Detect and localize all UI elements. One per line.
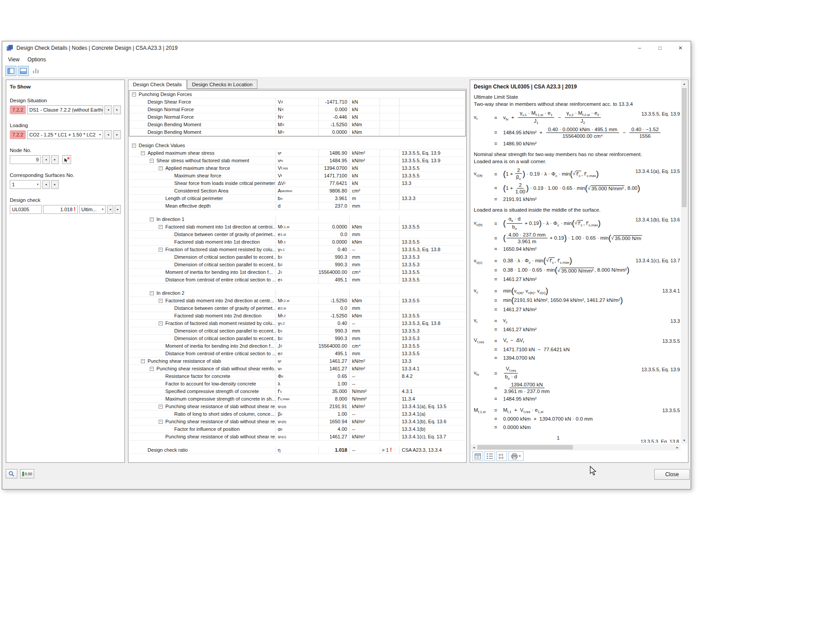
table-row[interactable]: −Shear stress without factored slab mome… (129, 157, 465, 165)
loading-combobox[interactable]: CO2 - 1.25 * LC1 + 1.50 * LC2▼ (27, 130, 103, 139)
tree-collapse-icon[interactable]: − (159, 321, 163, 325)
node-next-button[interactable]: ► (51, 155, 59, 164)
tree-collapse-icon[interactable]: − (150, 217, 154, 221)
loading-next-button[interactable]: ► (113, 130, 121, 139)
tree-collapse-icon[interactable]: − (132, 144, 136, 148)
table-row[interactable]: Moment of inertia for bending into 2nd d… (129, 342, 465, 350)
table-row[interactable]: −Fraction of factored slab moment resist… (129, 246, 465, 253)
table-row[interactable]: −Applied maximum shear forceVf,res1394.0… (129, 165, 465, 172)
table-row[interactable]: Moment of inertia for bending into 1st d… (129, 269, 465, 276)
node-prev-button[interactable]: ◄ (42, 155, 50, 164)
tree-collapse-icon[interactable]: − (159, 225, 163, 229)
table-row[interactable]: Factor for influence of positionαs4.00--… (129, 425, 465, 433)
table-row[interactable]: −Factored slab moment into 1st direction… (129, 223, 465, 231)
table-row[interactable]: Factored slab moment into 2nd directionM… (129, 312, 465, 320)
menu-view[interactable]: View (4, 56, 24, 64)
table-row[interactable]: −Punching shear resistance of slab witho… (129, 418, 465, 425)
table-row[interactable]: Length of critical perimeterbo3.961m13.3… (129, 195, 465, 202)
table-row[interactable]: Design Normal ForceNY-0.446kN (129, 113, 465, 121)
table-row[interactable]: −Punching shear resistance of slab witho… (129, 365, 465, 373)
table-row[interactable]: Mean effective depthd237.0mm (129, 202, 465, 210)
table-row[interactable]: Maximum compressive strength of concrete… (129, 395, 465, 403)
toggle-navigator-button[interactable] (5, 66, 16, 76)
table-row[interactable]: −Applied maximum shear stressvf1486.90kN… (129, 149, 465, 157)
maximize-button[interactable]: □ (650, 41, 670, 55)
table-row[interactable]: −Punching shear resistance of slab witho… (129, 403, 465, 410)
table-row[interactable]: Factored slab moment into 1st directionM… (129, 238, 465, 246)
scroll-up-icon[interactable]: ▲ (681, 80, 688, 87)
table-row[interactable]: −In direction 1 (129, 216, 465, 223)
table-row[interactable]: Shear force from loads inside critical p… (129, 180, 465, 187)
table-row[interactable]: Distance from centroid of entire critica… (129, 276, 465, 284)
scroll-right-icon[interactable]: ► (674, 444, 680, 450)
scroll-down-icon[interactable]: ▼ (681, 437, 688, 444)
menu-options[interactable]: Options (24, 56, 50, 64)
close-button[interactable]: Close (654, 469, 690, 480)
table-row[interactable]: Dimension of critical section parallel t… (129, 327, 465, 335)
table-row[interactable]: Factor to account for low-density concre… (129, 380, 465, 388)
vertical-scrollbar[interactable]: ▲ ▼ (681, 80, 688, 444)
horizontal-scrollbar[interactable]: ◄ ► (471, 444, 680, 450)
table-row[interactable]: Design check ratioη1.018--> 1!CSA A23.3,… (129, 446, 465, 454)
loading-prev-button[interactable]: ◄ (104, 130, 112, 139)
ratio-filter-button[interactable]: 0.00 (20, 469, 34, 478)
tab-design-check-details[interactable]: Design Check Details (128, 80, 187, 89)
table-row[interactable]: −In direction 2 (129, 289, 465, 297)
table-row[interactable]: −Factored slab moment into 2nd direction… (129, 297, 465, 305)
table-row[interactable]: Distance from centroid of entire critica… (129, 350, 465, 357)
table-row[interactable]: Distance between center of gravity of pe… (129, 231, 465, 238)
design-check-id-field[interactable]: UL0305 (10, 205, 42, 214)
tree-collapse-icon[interactable]: − (132, 92, 136, 96)
surface-next-button[interactable]: ► (51, 180, 59, 189)
tree-collapse-icon[interactable]: − (159, 405, 163, 409)
design-situation-next-button[interactable]: ► (113, 105, 121, 114)
design-check-ratio-field[interactable]: 1.018 ! (43, 205, 78, 214)
tree-collapse-icon[interactable]: − (141, 151, 145, 155)
table-row[interactable]: Resistance factor for concreteΦc0.65--8.… (129, 373, 465, 380)
tab-design-checks-in-location[interactable]: Design Checks in Location (187, 80, 257, 89)
formula-view-button[interactable]: y=z y=4 (496, 451, 507, 461)
surfaces-combobox[interactable]: 1▼ (10, 180, 41, 189)
table-row[interactable]: Punching shear resistance of slab withou… (129, 433, 465, 441)
table-section-row[interactable]: −Punching Design Forces (129, 91, 465, 98)
table-row[interactable]: Design Normal ForceNX0.000kN (129, 106, 465, 113)
vertical-scroll-thumb[interactable] (682, 88, 687, 207)
tree-collapse-icon[interactable]: − (150, 291, 154, 295)
minimize-button[interactable]: – (629, 41, 650, 55)
table-row[interactable]: Dimension of critical section parallel t… (129, 335, 465, 342)
table-row[interactable]: Maximum shear forceVf1471.7100kN13.3.5.5 (129, 172, 465, 180)
table-row[interactable]: Specified compressive strength of concre… (129, 388, 465, 395)
table-row[interactable]: Dimension of critical section parallel t… (129, 261, 465, 269)
design-situation-prev-button[interactable]: ◄ (104, 105, 112, 114)
tree-collapse-icon[interactable]: − (159, 299, 163, 303)
design-situation-field[interactable]: DS1 - Clause 7.2.2 (without Earthq... (27, 105, 103, 114)
pick-node-button[interactable] (62, 155, 71, 164)
surface-prev-button[interactable]: ◄ (42, 180, 50, 189)
table-row[interactable]: Design Bending MomentMX-1.5250kNm (129, 121, 465, 128)
table-section-row[interactable]: −Design Check Values (129, 142, 465, 149)
check-prev-button[interactable]: ◄ (107, 205, 113, 214)
table-row[interactable]: −Fraction of factored slab moment resist… (129, 320, 465, 327)
toggle-details-button[interactable] (18, 66, 29, 76)
node-no-input[interactable]: 9 (10, 155, 41, 164)
horizontal-scroll-thumb[interactable] (477, 445, 573, 449)
table-row[interactable]: Ratio of long to short sides of column, … (129, 410, 465, 418)
design-check-type-combobox[interactable]: Ultim...▼ (79, 205, 106, 214)
close-window-button[interactable]: ✕ (670, 41, 691, 55)
table-row[interactable]: Design Bending MomentMY0.0000kNm (129, 128, 465, 136)
tree-collapse-icon[interactable]: − (159, 166, 163, 170)
table-row[interactable]: Design Shear ForceVZ-1471.710kN (129, 98, 465, 106)
tree-collapse-icon[interactable]: − (141, 359, 145, 363)
tree-collapse-icon[interactable]: − (159, 248, 163, 252)
table-row[interactable]: Distance between center of gravity of pe… (129, 305, 465, 312)
zoom-settings-button[interactable] (6, 469, 17, 478)
tree-collapse-icon[interactable]: − (159, 420, 163, 424)
result-table-button[interactable] (472, 451, 483, 461)
scroll-left-icon[interactable]: ◄ (471, 444, 477, 450)
table-row[interactable]: −Punching shear resistance of slabvr1461… (129, 357, 465, 365)
tree-collapse-icon[interactable]: − (150, 367, 154, 371)
chart-view-button[interactable] (30, 66, 41, 76)
tree-collapse-icon[interactable]: − (150, 159, 154, 163)
table-row[interactable]: Dimension of critical section parallel t… (129, 253, 465, 261)
print-button[interactable]: ▼ (508, 451, 524, 461)
